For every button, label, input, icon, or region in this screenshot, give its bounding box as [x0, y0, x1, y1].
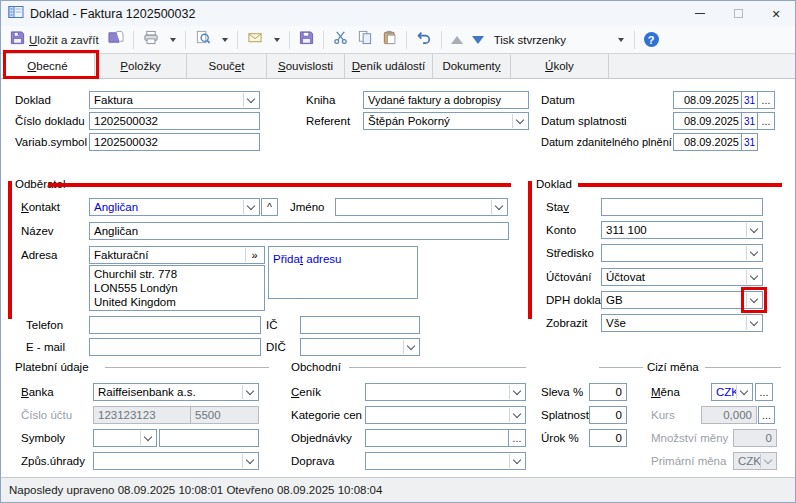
stav-input[interactable] [601, 198, 763, 216]
print-button[interactable] [140, 29, 162, 51]
chevron-down-icon[interactable] [491, 200, 506, 214]
save-and-close-button[interactable]: Uložit a zavřít [7, 29, 102, 51]
chevron-down-icon[interactable] [243, 200, 258, 214]
preview-button[interactable] [192, 29, 214, 51]
objednavky-more-button[interactable]: ... [508, 429, 526, 447]
cut-button[interactable] [330, 29, 351, 51]
paste-button[interactable] [379, 29, 400, 51]
chevron-down-icon[interactable] [509, 385, 524, 399]
kurs-more-button[interactable]: ... [758, 406, 775, 424]
tab-soucet[interactable]: Součet [187, 54, 267, 78]
adresa-expand-button[interactable]: » [245, 248, 263, 262]
referent-select[interactable]: Štěpán Pokorný [363, 112, 529, 130]
adresa-textbox[interactable]: Churchil str. 778 LON555 Londýn United K… [89, 265, 265, 311]
dph-doklad-select[interactable]: GB [601, 291, 763, 309]
toolbar-separator [634, 31, 635, 49]
minimize-button[interactable] [681, 1, 719, 26]
export-save-button[interactable] [296, 29, 317, 51]
maximize-icon [734, 9, 743, 18]
zpus-uhrady-select[interactable] [93, 452, 259, 470]
email-input[interactable] [89, 338, 261, 356]
preview-options-button[interactable] [217, 29, 231, 51]
adresa-type-select[interactable]: Fakturační » [89, 246, 265, 264]
dic-select[interactable] [300, 338, 420, 356]
move-down-button[interactable] [469, 29, 487, 51]
datum-splatnosti-input[interactable] [673, 112, 742, 130]
maximize-button[interactable] [719, 1, 757, 26]
chevron-down-icon[interactable] [242, 454, 257, 468]
chevron-down-icon[interactable] [736, 385, 751, 399]
cislo-dokladu-input[interactable] [89, 112, 260, 130]
chevron-down-icon[interactable] [509, 454, 524, 468]
print-options-button[interactable] [165, 29, 179, 51]
doklad-select[interactable]: Faktura [89, 91, 260, 109]
ellipsis-icon: ... [762, 94, 771, 106]
report-select[interactable]: Tisk stvrzenky [490, 30, 628, 50]
objednavky-input[interactable] [365, 429, 509, 447]
jmeno-select[interactable] [335, 198, 508, 216]
doprava-select[interactable] [365, 452, 526, 470]
stredisko-select[interactable] [601, 244, 763, 262]
tab-strip: Obecné Položky Součet Souvislosti Deník … [1, 53, 795, 79]
primarni-mena-select: CZK [733, 452, 777, 470]
urok-input[interactable] [589, 429, 627, 447]
datum-more-button[interactable]: ... [757, 91, 775, 109]
send-options-button[interactable] [269, 29, 283, 51]
tab-dokumenty[interactable]: Dokumenty [433, 54, 511, 78]
move-up-button[interactable] [448, 29, 466, 51]
chevron-down-icon[interactable] [242, 385, 257, 399]
mena-select[interactable]: CZK [711, 383, 753, 401]
nazev-input[interactable] [89, 222, 509, 240]
datum-zdanitelneho-plneni-calendar-button[interactable]: 31 [741, 133, 758, 151]
telefon-input[interactable] [89, 316, 261, 334]
symboly-input[interactable] [159, 429, 259, 447]
datum-splatnosti-calendar-button[interactable]: 31 [741, 112, 758, 130]
uctovani-select[interactable]: Účtovat [601, 268, 763, 286]
chevron-down-icon[interactable] [746, 316, 761, 330]
send-button[interactable] [244, 29, 266, 51]
datum-zdanitelneho-plneni-input[interactable] [673, 133, 742, 151]
zobrazit-label: Zobrazit [546, 317, 588, 329]
tab-denik-udalosti[interactable]: Deník událostí [345, 54, 433, 78]
kontakt-expand-button[interactable]: ^ [261, 198, 278, 216]
chevron-down-icon[interactable] [140, 431, 155, 445]
pridat-adresu-link[interactable]: Přidat adresu [273, 253, 341, 265]
tab-ukoly[interactable]: Úkoly [511, 54, 609, 78]
sleva-input[interactable] [589, 383, 627, 401]
close-button[interactable]: × [757, 1, 795, 26]
chevron-down-icon[interactable] [746, 270, 761, 284]
datum-input[interactable] [673, 91, 742, 109]
variab-symbol-input[interactable] [89, 133, 260, 151]
chevron-down-icon[interactable] [512, 114, 527, 128]
datum-calendar-button[interactable]: 31 [741, 91, 758, 109]
chevron-down-icon[interactable] [509, 408, 524, 422]
kniha-input[interactable] [363, 91, 529, 109]
chevron-down-icon [618, 38, 624, 42]
email-label: E - mail [26, 341, 65, 353]
chevron-down-icon[interactable] [403, 340, 418, 354]
symboly-select[interactable] [93, 429, 157, 447]
chevron-down-icon[interactable] [746, 246, 761, 260]
copy-button[interactable] [354, 29, 376, 51]
mena-more-button[interactable]: ... [755, 383, 773, 401]
kategorie-cen-select[interactable] [365, 406, 526, 424]
help-button[interactable]: ? [641, 29, 662, 51]
zobrazit-value: Vše [606, 317, 626, 329]
save-copy-button[interactable] [105, 29, 127, 51]
ic-input[interactable] [300, 316, 420, 334]
banka-select[interactable]: Raiffeisenbank a.s. [93, 383, 259, 401]
kurs-label: Kurs [651, 409, 675, 421]
chevron-down-icon[interactable] [746, 223, 761, 237]
splatnost-input[interactable] [589, 406, 627, 424]
chevron-down-icon[interactable] [243, 93, 258, 107]
kontakt-select[interactable]: Angličan [89, 198, 260, 216]
konto-select[interactable]: 311 100 [601, 221, 763, 239]
toolbar-separator [133, 31, 134, 49]
zobrazit-select[interactable]: Vše [601, 314, 763, 332]
pridat-adresu-box: Přidat adresu [268, 246, 418, 299]
undo-button[interactable] [413, 29, 435, 51]
datum-splatnosti-more-button[interactable]: ... [757, 112, 775, 130]
cenik-select[interactable] [365, 383, 526, 401]
tab-souvislosti[interactable]: Souvislosti [267, 54, 345, 78]
tab-polozky[interactable]: Položky [95, 54, 187, 78]
